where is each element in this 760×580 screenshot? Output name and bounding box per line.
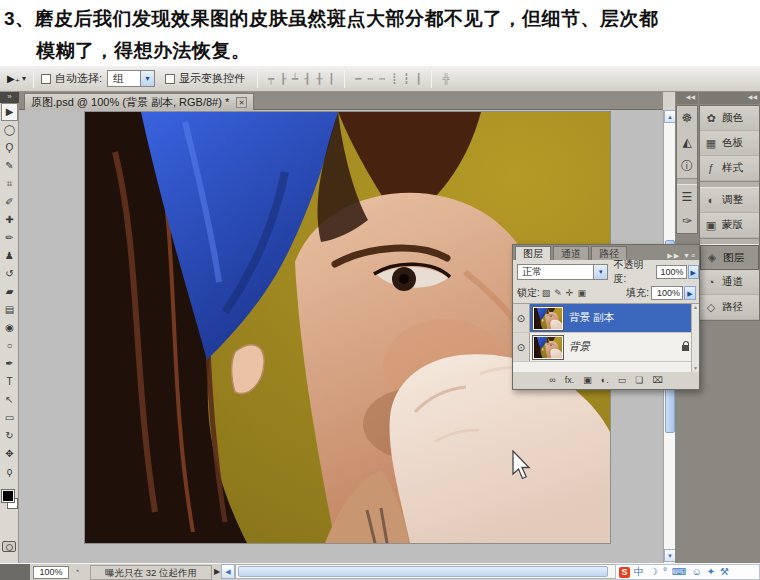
ime-punctuation-icon[interactable]: ° xyxy=(663,565,667,579)
lock-image-pixels-icon[interactable]: ✎ xyxy=(554,288,562,298)
lasso-tool[interactable]: Ϙ xyxy=(1,139,18,157)
new-group-icon[interactable]: ▭ xyxy=(618,373,627,388)
ime-keyboard-icon[interactable]: ⌨ xyxy=(672,565,686,579)
type-tool[interactable]: T xyxy=(1,373,18,391)
distribute-layer-icon[interactable]: ┃ xyxy=(415,73,421,84)
scroll-down-icon[interactable]: ▼ xyxy=(693,365,698,371)
panel-button-color[interactable]: ✿颜色 xyxy=(700,106,759,131)
move-tool-preset-icon[interactable]: ▶₊ xyxy=(7,73,20,84)
hand-tool[interactable]: ✥ xyxy=(1,445,18,463)
opacity-field[interactable]: 100% xyxy=(656,265,687,279)
sogou-logo-icon[interactable]: S xyxy=(619,567,630,578)
histogram-panel-icon[interactable]: ◭ xyxy=(677,130,697,154)
healing-brush-tool[interactable]: ✚ xyxy=(1,211,18,229)
ime-moon-icon[interactable]: ☽ xyxy=(649,565,658,579)
history-brush-tool[interactable]: ↺ xyxy=(1,265,18,283)
align-layer-icon[interactable]: ┠ xyxy=(280,73,286,84)
layer-row[interactable]: ⊙背景 xyxy=(513,333,699,362)
panel-button-masks[interactable]: ▣蒙版 xyxy=(700,213,759,238)
foreground-color-swatch[interactable] xyxy=(2,490,14,502)
auto-select-checkbox[interactable] xyxy=(41,74,51,84)
distribute-layer-icon[interactable]: ┇ xyxy=(403,73,409,84)
panel-button-paths[interactable]: ◇路径 xyxy=(700,295,759,320)
horizontal-scroll-thumb[interactable] xyxy=(238,566,608,577)
panel-collapse-icon[interactable]: ▶▶ xyxy=(667,252,680,259)
panel-tab-通道[interactable]: 通道 xyxy=(553,246,589,260)
dock-collapse-icon[interactable]: ◀◀ xyxy=(699,92,760,104)
add-layer-mask-icon[interactable]: ▣ xyxy=(583,373,592,388)
align-layer-icon[interactable]: ┃ xyxy=(328,73,334,84)
scroll-left-icon[interactable]: ◀ xyxy=(221,564,235,579)
distribute-layer-icon[interactable]: ━ xyxy=(355,73,361,84)
layer-list-scrollbar[interactable]: ▲ ▼ xyxy=(691,304,699,372)
fill-slider-icon[interactable]: ▶ xyxy=(684,286,696,300)
distribute-layer-icon[interactable]: ┅ xyxy=(367,73,373,84)
brush-tool[interactable]: ✏ xyxy=(1,229,18,247)
lock-all-icon[interactable]: ▣ xyxy=(577,288,586,298)
panel-button-layers[interactable]: ◈图层 xyxy=(700,245,759,270)
delete-layer-icon[interactable]: ⌧ xyxy=(652,373,662,388)
adjustment-layer-icon[interactable]: ◐. xyxy=(601,373,609,388)
pen-tool[interactable]: ✒ xyxy=(1,355,18,373)
ime-person-icon[interactable]: ☺ xyxy=(691,565,701,579)
brushes-panel-icon[interactable]: ✑ xyxy=(677,209,697,233)
marquee-tool[interactable]: ◯ xyxy=(1,121,18,139)
eyedropper-tool[interactable]: ✐ xyxy=(1,193,18,211)
toolbar-collapse-button[interactable]: » xyxy=(0,92,19,103)
opacity-slider-icon[interactable]: ▶ xyxy=(688,265,699,279)
ime-toolbox-icon[interactable]: ⚒ xyxy=(720,565,729,579)
lock-transparent-pixels-icon[interactable]: ▨ xyxy=(542,288,551,298)
crop-tool[interactable]: ⌗ xyxy=(1,175,18,193)
visibility-toggle-icon[interactable]: ⊙ xyxy=(513,333,530,361)
panel-button-adjustments[interactable]: ◐调整 xyxy=(700,188,759,213)
quick-selection-tool[interactable]: ✎ xyxy=(1,157,18,175)
status-expand-icon[interactable]: ▶ xyxy=(214,567,220,576)
layer-name[interactable]: 背景 xyxy=(569,340,590,354)
distribute-layer-icon[interactable]: ┋ xyxy=(391,73,397,84)
rotate-3d-tool[interactable]: ↻ xyxy=(1,427,18,445)
gradient-tool[interactable]: ▤ xyxy=(1,301,18,319)
auto-align-layers-button[interactable]: ╬ xyxy=(442,73,449,84)
layer-name[interactable]: 背景 副本 xyxy=(569,311,614,325)
path-selection-tool[interactable]: ↖ xyxy=(1,391,18,409)
ime-chinese-mode-icon[interactable]: 中 xyxy=(634,565,644,579)
document-tab[interactable]: 原图.psd @ 100% (背景 副本, RGB/8#) * ✕ xyxy=(24,93,254,110)
zoom-tool[interactable]: ϙ xyxy=(1,463,18,481)
auto-select-dropdown[interactable]: 组 ▾ xyxy=(107,70,155,87)
lock-position-icon[interactable]: ✛ xyxy=(566,288,574,298)
tool-preset-chevron-icon[interactable]: ▾ xyxy=(22,74,26,83)
blur-tool[interactable]: ◉ xyxy=(1,319,18,337)
dock-collapse-icon[interactable]: ◀◀ xyxy=(676,92,698,104)
layer-thumbnail[interactable] xyxy=(533,307,563,330)
fill-field[interactable]: 100% xyxy=(651,286,683,300)
dodge-tool[interactable]: ○ xyxy=(1,337,18,355)
align-layer-icon[interactable]: ┯ xyxy=(268,73,274,84)
blend-mode-dropdown[interactable]: 正常 ▾ xyxy=(517,264,608,280)
layer-thumbnail[interactable] xyxy=(533,336,563,359)
layer-row[interactable]: ⊙背景 副本 xyxy=(513,304,699,333)
info-panel-icon[interactable]: ⓘ xyxy=(677,154,697,178)
quick-mask-button[interactable] xyxy=(2,541,16,552)
clone-source-panel-icon[interactable]: ☰ xyxy=(677,185,697,209)
scroll-up-icon[interactable]: ▲ xyxy=(693,304,698,310)
panel-button-swatches[interactable]: ▦色板 xyxy=(700,131,759,156)
ime-skin-icon[interactable]: ✦ xyxy=(707,565,715,579)
layer-style-icon[interactable]: fx. xyxy=(565,373,575,388)
distribute-layer-icon[interactable]: ┉ xyxy=(379,73,385,84)
align-layer-icon[interactable]: ╂ xyxy=(316,73,322,84)
visibility-toggle-icon[interactable]: ⊙ xyxy=(513,304,530,332)
eraser-tool[interactable]: ▰ xyxy=(1,283,18,301)
panel-button-channels[interactable]: ◔通道 xyxy=(700,270,759,295)
new-layer-icon[interactable]: ❏ xyxy=(635,373,643,388)
clone-stamp-tool[interactable]: ♟ xyxy=(1,247,18,265)
align-layer-icon[interactable]: ┨ xyxy=(304,73,310,84)
panel-button-styles[interactable]: ƒ样式 xyxy=(700,156,759,181)
zoom-level-field[interactable]: 100% xyxy=(33,566,69,579)
close-icon[interactable]: ✕ xyxy=(236,97,247,108)
move-tool[interactable]: ▶ xyxy=(1,103,18,121)
shape-tool[interactable]: ▭ xyxy=(1,409,18,427)
navigator-panel-icon[interactable]: ☸ xyxy=(677,106,697,130)
panel-menu-icon[interactable]: ▼≡ xyxy=(683,252,696,259)
align-layer-icon[interactable]: ┷ xyxy=(292,73,298,84)
show-transform-checkbox[interactable] xyxy=(165,74,175,84)
